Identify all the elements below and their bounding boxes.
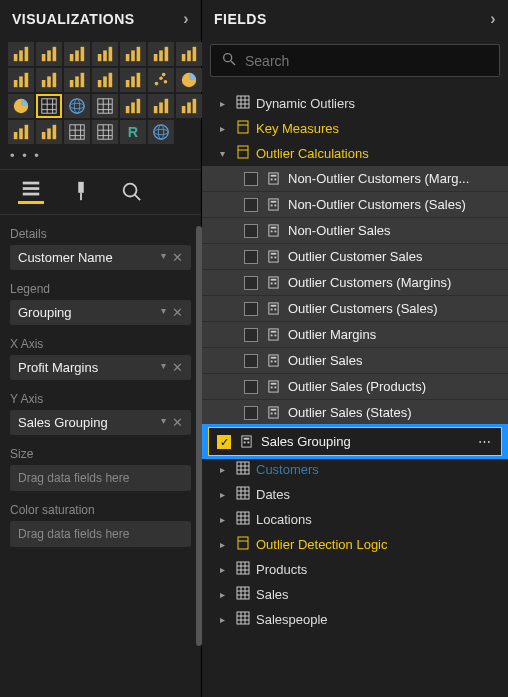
field-checkbox[interactable] <box>244 276 258 290</box>
well-drop-zone[interactable]: Drag data fields here <box>10 465 191 491</box>
well-field[interactable]: Sales Grouping ▾ ✕ <box>10 410 191 435</box>
table-row[interactable]: ▸ Products <box>202 557 508 582</box>
caret-icon[interactable]: ▸ <box>220 589 230 600</box>
viz-tile-waterfall[interactable] <box>92 68 118 92</box>
viz-tile-multicard[interactable] <box>176 94 202 118</box>
viz-tile-slicer[interactable] <box>36 120 62 144</box>
search-input[interactable] <box>245 53 489 69</box>
viz-tile-treemap[interactable] <box>36 94 62 118</box>
svg-rect-33 <box>126 80 130 87</box>
caret-icon[interactable]: ▸ <box>220 123 230 134</box>
chevron-down-icon[interactable]: ▾ <box>161 305 166 320</box>
caret-icon[interactable]: ▸ <box>220 464 230 475</box>
caret-icon[interactable]: ▸ <box>220 614 230 625</box>
viz-tile-stacked-bar[interactable] <box>8 42 34 66</box>
chevron-down-icon[interactable]: ▾ <box>161 360 166 375</box>
viz-tile-area[interactable] <box>148 42 174 66</box>
ellipsis-icon[interactable]: ⋯ <box>478 434 493 449</box>
field-row[interactable]: Outlier Sales (States) <box>202 400 508 426</box>
viz-tile-ribbon[interactable] <box>64 68 90 92</box>
viz-tile-donut[interactable] <box>8 94 34 118</box>
field-checkbox[interactable] <box>244 172 258 186</box>
svg-rect-132 <box>270 361 272 363</box>
field-checkbox[interactable] <box>244 328 258 342</box>
close-icon[interactable]: ✕ <box>172 305 183 320</box>
well-drop-zone[interactable]: Drag data fields here <box>10 521 191 547</box>
viz-tile-clustered-col[interactable] <box>92 42 118 66</box>
field-checkbox[interactable] <box>217 435 231 449</box>
table-row[interactable]: ▸ Key Measures <box>202 116 508 141</box>
table-row[interactable]: ▸ Dates <box>202 482 508 507</box>
svg-point-48 <box>70 103 84 108</box>
caret-icon[interactable]: ▸ <box>220 514 230 525</box>
viz-tile-stacked-col[interactable] <box>64 42 90 66</box>
viz-tile-filled-map[interactable] <box>92 94 118 118</box>
viz-tile-scatter[interactable] <box>148 68 174 92</box>
measure-icon <box>266 380 280 394</box>
tab-format[interactable] <box>68 178 94 204</box>
close-icon[interactable]: ✕ <box>172 415 183 430</box>
viz-tile-card[interactable] <box>148 94 174 118</box>
table-row[interactable]: ▸ Dynamic Outliers <box>202 91 508 116</box>
viz-tile-matrix[interactable] <box>92 120 118 144</box>
viz-tile-table[interactable] <box>64 120 90 144</box>
viz-tile-kpi[interactable] <box>8 120 34 144</box>
caret-icon[interactable]: ▸ <box>220 564 230 575</box>
viz-tile-arcgis[interactable] <box>148 120 174 144</box>
chevron-down-icon[interactable]: ▾ <box>161 415 166 430</box>
viz-tile-gauge[interactable] <box>120 94 146 118</box>
svg-rect-140 <box>270 413 272 415</box>
field-row[interactable]: Outlier Sales <box>202 348 508 374</box>
viz-tile-r-visual[interactable]: R <box>120 120 146 144</box>
viz-tile-clustered-bar[interactable] <box>36 42 62 66</box>
table-row[interactable]: ▾ Outlier Calculations <box>202 141 508 166</box>
well-field[interactable]: Grouping ▾ ✕ <box>10 300 191 325</box>
field-row[interactable]: Non-Outlier Sales <box>202 218 508 244</box>
viz-tile-line-col[interactable] <box>8 68 34 92</box>
field-checkbox[interactable] <box>244 224 258 238</box>
table-row[interactable]: ▸ Customers <box>202 457 508 482</box>
table-row[interactable]: ▸ Salespeople <box>202 607 508 632</box>
svg-rect-58 <box>154 106 158 113</box>
close-icon[interactable]: ✕ <box>172 250 183 265</box>
field-row[interactable]: Outlier Customers (Margins) <box>202 270 508 296</box>
viz-tile-line[interactable] <box>120 42 146 66</box>
close-icon[interactable]: ✕ <box>172 360 183 375</box>
chevron-down-icon[interactable]: ▾ <box>161 250 166 265</box>
caret-icon[interactable]: ▸ <box>220 98 230 109</box>
tab-fields[interactable] <box>18 178 44 204</box>
field-row[interactable]: Outlier Sales (Products) <box>202 374 508 400</box>
well-field[interactable]: Customer Name ▾ ✕ <box>10 245 191 270</box>
viz-tile-line-stacked[interactable] <box>36 68 62 92</box>
chevron-right-icon[interactable]: › <box>490 10 496 28</box>
field-row[interactable]: Outlier Customer Sales <box>202 244 508 270</box>
field-checkbox[interactable] <box>244 406 258 420</box>
tab-analytics[interactable] <box>118 178 144 204</box>
caret-icon[interactable]: ▸ <box>220 489 230 500</box>
caret-icon[interactable]: ▾ <box>220 148 230 159</box>
field-row[interactable]: Non-Outlier Customers (Sales) <box>202 192 508 218</box>
caret-icon[interactable]: ▸ <box>220 539 230 550</box>
field-row[interactable]: Outlier Customers (Sales) <box>202 296 508 322</box>
search-box[interactable] <box>210 44 500 77</box>
field-checkbox[interactable] <box>244 198 258 212</box>
field-row[interactable]: Non-Outlier Customers (Marg... <box>202 166 508 192</box>
table-row[interactable]: ▸ Locations <box>202 507 508 532</box>
field-row[interactable]: Sales Grouping ⋯ <box>202 424 508 459</box>
table-row[interactable]: ▸ Outlier Detection Logic <box>202 532 508 557</box>
field-checkbox[interactable] <box>244 250 258 264</box>
well-field[interactable]: Profit Margins ▾ ✕ <box>10 355 191 380</box>
field-checkbox[interactable] <box>244 354 258 368</box>
viz-tile-map[interactable] <box>64 94 90 118</box>
field-row[interactable]: Outlier Margins <box>202 322 508 348</box>
measure-icon <box>266 172 280 186</box>
field-checkbox[interactable] <box>244 380 258 394</box>
field-checkbox[interactable] <box>244 302 258 316</box>
svg-point-83 <box>158 125 163 139</box>
chevron-right-icon[interactable]: › <box>183 10 189 28</box>
viz-tile-pie[interactable] <box>176 68 202 92</box>
viz-tile-funnel[interactable] <box>120 68 146 92</box>
table-row[interactable]: ▸ Sales <box>202 582 508 607</box>
viz-tile-stacked-area[interactable] <box>176 42 202 66</box>
visualizations-more[interactable]: • • • <box>0 146 201 169</box>
